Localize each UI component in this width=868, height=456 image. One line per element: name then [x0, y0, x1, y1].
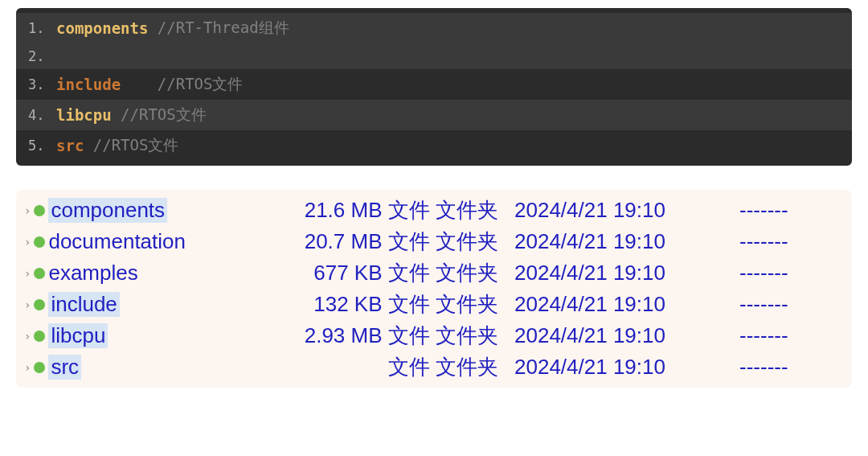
folder-icon [34, 268, 45, 279]
file-attr: ------- [739, 198, 820, 223]
file-name[interactable]: include [48, 292, 119, 317]
expand-icon[interactable]: › [24, 298, 31, 311]
file-size-value: 677 KB [313, 261, 382, 285]
code-line: 5.src //RTOS文件 [16, 130, 852, 161]
code-keyword: src [56, 137, 84, 154]
file-type-label: 文件 文件夹 [388, 355, 498, 379]
code-comment: //RTOS文件 [93, 135, 179, 156]
file-row[interactable]: ›components21.6 MB 文件 文件夹2024/4/21 19:10… [24, 195, 844, 226]
file-size-value: 20.7 MB [305, 229, 383, 253]
file-name[interactable]: libcpu [48, 323, 108, 348]
code-keyword: libcpu [56, 106, 112, 124]
file-name[interactable]: components [48, 198, 167, 223]
code-spacing [121, 76, 158, 93]
line-number: 4. [28, 107, 56, 123]
code-block: 1.components //RT-Thread组件2.3.include //… [16, 8, 852, 166]
file-date: 2024/4/21 19:10 [506, 323, 739, 348]
code-line: 3.include //RTOS文件 [16, 69, 852, 100]
folder-icon [34, 362, 45, 373]
file-name-cell[interactable]: ›include [24, 292, 257, 317]
file-type-label: 文件 文件夹 [388, 323, 498, 347]
line-number: 1. [28, 20, 56, 36]
code-comment: //RT-Thread组件 [158, 18, 289, 39]
code-line: 2. [16, 43, 852, 69]
file-size-type: 677 KB 文件 文件夹 [257, 259, 506, 287]
file-size-value: 2.93 MB [305, 323, 383, 347]
file-size-value: 132 KB [313, 292, 382, 316]
expand-icon[interactable]: › [24, 267, 31, 280]
file-name[interactable]: src [48, 355, 81, 380]
code-comment: //RTOS文件 [121, 105, 207, 125]
file-type-label: 文件 文件夹 [388, 261, 498, 285]
file-row[interactable]: ›libcpu2.93 MB 文件 文件夹2024/4/21 19:10----… [24, 320, 844, 351]
folder-icon [34, 299, 45, 310]
file-date: 2024/4/21 19:10 [506, 229, 739, 254]
file-size-type: 20.7 MB 文件 文件夹 [257, 228, 506, 256]
file-name-cell[interactable]: ›src [24, 355, 257, 380]
folder-icon [34, 331, 45, 342]
file-list: ›components21.6 MB 文件 文件夹2024/4/21 19:10… [16, 190, 852, 388]
file-size-type: 132 KB 文件 文件夹 [257, 290, 506, 318]
expand-icon[interactable]: › [24, 204, 31, 217]
code-line: 4.libcpu //RTOS文件 [16, 100, 852, 130]
file-type-label: 文件 文件夹 [388, 198, 498, 222]
expand-icon[interactable]: › [24, 361, 31, 374]
code-spacing [112, 106, 121, 124]
file-row[interactable]: ›src 文件 文件夹2024/4/21 19:10------- [24, 351, 844, 383]
expand-icon[interactable]: › [24, 236, 31, 249]
file-type-label: 文件 文件夹 [388, 292, 498, 316]
file-attr: ------- [739, 261, 820, 286]
line-number: 3. [28, 76, 56, 92]
file-attr: ------- [739, 323, 820, 348]
file-date: 2024/4/21 19:10 [506, 198, 739, 223]
file-name-cell[interactable]: ›components [24, 198, 257, 223]
code-spacing [148, 19, 157, 37]
code-comment: //RTOS文件 [158, 74, 244, 95]
file-name-cell[interactable]: ›examples [24, 261, 257, 286]
file-attr: ------- [739, 292, 820, 317]
folder-icon [34, 205, 45, 216]
file-size-value: 21.6 MB [305, 198, 383, 222]
line-number: 2. [28, 48, 56, 64]
file-row[interactable]: ›include132 KB 文件 文件夹2024/4/21 19:10----… [24, 289, 844, 320]
file-size-type: 文件 文件夹 [257, 353, 506, 381]
code-line: 1.components //RT-Thread组件 [16, 13, 852, 43]
file-type-label: 文件 文件夹 [388, 229, 498, 253]
file-date: 2024/4/21 19:10 [506, 355, 739, 380]
file-name[interactable]: examples [48, 261, 137, 286]
line-number: 5. [28, 138, 56, 154]
file-row[interactable]: ›examples677 KB 文件 文件夹2024/4/21 19:10---… [24, 257, 844, 289]
code-spacing [84, 137, 92, 154]
file-attr: ------- [739, 355, 820, 380]
file-size-type: 21.6 MB 文件 文件夹 [257, 196, 506, 224]
file-size-type: 2.93 MB 文件 文件夹 [257, 322, 506, 350]
folder-icon [34, 236, 45, 248]
file-name-cell[interactable]: ›libcpu [24, 323, 257, 348]
file-attr: ------- [739, 229, 820, 254]
code-keyword: include [56, 76, 121, 93]
file-date: 2024/4/21 19:10 [506, 292, 739, 317]
expand-icon[interactable]: › [24, 330, 31, 343]
file-date: 2024/4/21 19:10 [506, 261, 739, 286]
file-row[interactable]: ›documentation20.7 MB 文件 文件夹2024/4/21 19… [24, 226, 844, 257]
code-keyword: components [56, 19, 148, 37]
file-name-cell[interactable]: ›documentation [24, 229, 257, 254]
file-name[interactable]: documentation [48, 229, 186, 254]
